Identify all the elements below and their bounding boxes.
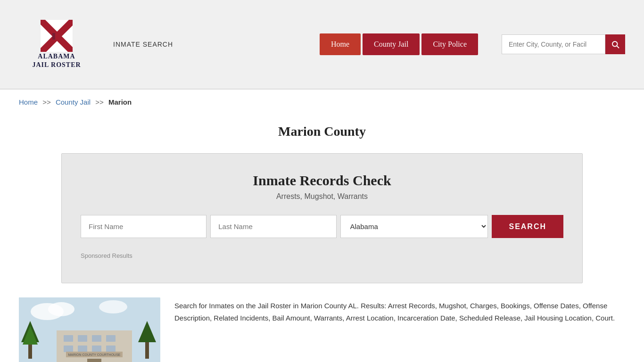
breadcrumb-county-jail-link[interactable]: County Jail [56,98,91,106]
svg-rect-15 [78,335,87,342]
svg-rect-21 [106,346,116,352]
records-check-title: Inmate Records Check [81,173,563,189]
breadcrumb-current: Marion [108,98,132,106]
svg-rect-14 [64,335,73,342]
main-nav: Home County Jail City Police [320,33,478,55]
svg-rect-22 [87,359,101,362]
breadcrumb-home-link[interactable]: Home [19,98,38,106]
svg-rect-3 [52,33,55,40]
breadcrumb-sep2: >> [95,98,104,106]
header-search-area [502,34,625,54]
svg-rect-26 [145,340,149,359]
first-name-input[interactable] [81,215,206,238]
svg-point-8 [48,302,74,316]
bottom-section: MARION COUNTY COURTHOUSE Search for Inma… [0,297,644,362]
site-header: ALABAMA JAIL ROSTER INMATE SEARCH Home C… [0,0,644,90]
breadcrumb: Home >> County Jail >> Marion [0,90,644,115]
last-name-input[interactable] [210,215,336,238]
state-select[interactable]: Alabama Alaska Arizona Arkansas Californ… [340,215,488,238]
nav-county-jail-button[interactable]: County Jail [363,33,420,55]
page-title: Marion County [19,124,625,139]
records-check-subtitle: Arrests, Mugshot, Warrants [81,192,563,201]
county-building-image: MARION COUNTY COURTHOUSE [19,297,160,362]
svg-line-5 [617,46,619,48]
nav-city-police-button[interactable]: City Police [421,33,478,55]
search-icon [611,40,619,49]
inmate-search-button[interactable]: SEARCH [492,215,563,238]
svg-rect-19 [78,346,87,352]
svg-rect-18 [64,346,73,352]
header-search-button[interactable] [605,34,625,54]
svg-rect-16 [92,335,101,342]
inmate-search-link[interactable]: INMATE SEARCH [113,41,173,48]
page-title-area: Marion County [0,115,644,153]
svg-rect-17 [106,335,116,342]
alabama-flag-icon [40,19,73,52]
breadcrumb-sep1: >> [42,98,51,106]
nav-home-button[interactable]: Home [320,33,361,55]
inmate-search-form: Alabama Alaska Arizona Arkansas Californ… [81,215,563,238]
svg-point-9 [99,300,127,313]
svg-text:MARION COUNTY COURTHOUSE: MARION COUNTY COURTHOUSE [68,353,121,356]
sponsored-label: Sponsored Results [81,252,563,259]
logo-text: ALABAMA JAIL ROSTER [32,52,81,69]
header-search-input[interactable] [502,34,605,54]
records-check-box: Inmate Records Check Arrests, Mugshot, W… [61,153,583,283]
bottom-description: Search for Inmates on the Jail Roster in… [174,297,625,362]
logo-area: ALABAMA JAIL ROSTER [19,19,94,69]
svg-rect-20 [92,346,101,352]
